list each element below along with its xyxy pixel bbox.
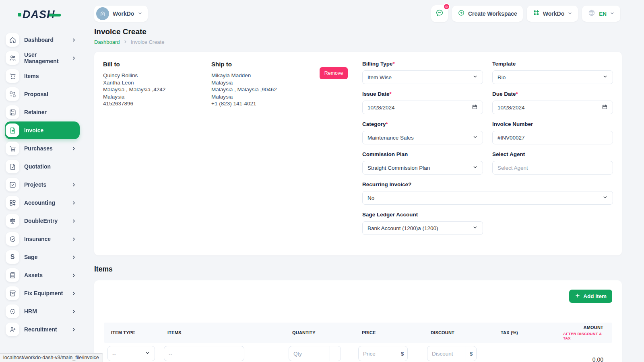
col-items: ITEMS [160, 323, 285, 343]
ship-to-block: Ship to Mikayla Madden Malaysia Malaysia… [211, 61, 320, 242]
discount-group: $ [427, 346, 493, 361]
quantity-addon [330, 346, 341, 361]
sidebar-nav: Dashboard User Management Items Proposal… [5, 32, 85, 337]
sidebar-item-quotation[interactable]: Quotation [5, 159, 80, 174]
item-row: -- -- [104, 343, 612, 362]
browser-status-bar: localhost/workdo-dash-v3/main_file/invoi… [0, 353, 103, 362]
recurring-invoice-select[interactable]: No [362, 191, 613, 205]
price-input[interactable] [358, 346, 397, 361]
sidebar-item-fix-equipment[interactable]: Fix Equipment [5, 286, 80, 301]
chevron-right-icon [71, 182, 76, 187]
calendar-icon[interactable] [472, 104, 478, 111]
category-select[interactable]: Maintenance Sales [362, 131, 483, 144]
quantity-group [289, 346, 355, 361]
user-plus-icon [6, 323, 19, 336]
topbar: WorkDo 0 Create Workspace WorkDo [85, 0, 644, 23]
file-check-icon [6, 160, 19, 173]
logo-dot [18, 13, 21, 16]
workdo-menu-button[interactable]: WorkDo [527, 6, 578, 22]
sidebar-item-purchases[interactable]: Purchases [5, 141, 80, 156]
remove-wrap: Remove [320, 61, 362, 242]
remove-button[interactable]: Remove [320, 67, 348, 79]
chevron-right-icon [71, 255, 76, 260]
sidebar-item-proposal[interactable]: Proposal [5, 86, 80, 102]
chevron-right-icon [71, 218, 76, 224]
sidebar-item-assets[interactable]: Assets [5, 267, 80, 283]
archive-box-icon [6, 286, 19, 300]
invoice-number-input[interactable] [492, 131, 613, 144]
home-icon [6, 33, 19, 47]
ship-to-heading: Ship to [211, 61, 320, 68]
bill-to-block: Bill to Quincy Rollins Xantha Leon Malay… [103, 61, 211, 242]
items-section-heading: Items [94, 265, 622, 274]
due-date-input[interactable]: 10/28/2024 [492, 101, 613, 114]
sidebar-item-items[interactable]: Items [5, 68, 80, 84]
chevron-right-icon [71, 291, 76, 296]
required-asterisk: * [390, 91, 392, 97]
sidebar-item-recruitment[interactable]: Recruitment [5, 322, 80, 337]
sage-ledger-select[interactable]: Bank Account (1200)a (1200) [362, 221, 483, 235]
price-group: $ [358, 346, 423, 361]
topbar-actions: 0 Create Workspace WorkDo EN [431, 5, 620, 22]
shield-check-icon [6, 232, 19, 246]
sage-letter-icon: S [6, 250, 19, 264]
sidebar-item-sage[interactable]: S Sage [5, 249, 80, 265]
price-currency-addon: $ [397, 346, 408, 361]
sidebar-item-projects[interactable]: Projects [5, 177, 80, 192]
invoice-file-icon [6, 123, 19, 137]
transfer-grid-icon [6, 87, 19, 101]
breadcrumb-dashboard-link[interactable]: Dashboard [94, 39, 120, 45]
issue-date-input[interactable]: 10/28/2024 [362, 101, 483, 114]
row-amount-value: 0.00 [556, 346, 612, 362]
sidebar-item-doubleentry[interactable]: DoubleEntry [5, 213, 80, 228]
select-agent-input[interactable] [492, 161, 613, 175]
chat-icon [435, 8, 444, 19]
col-item-type: ITEM TYPE [104, 323, 160, 343]
cart-icon [6, 142, 19, 155]
items-select[interactable]: -- [164, 346, 244, 361]
check-square-icon [6, 178, 19, 191]
billing-type-select[interactable]: Item Wise [362, 70, 483, 84]
plus-circle-icon [458, 9, 465, 18]
field-template: Template Rio [492, 61, 613, 84]
sidebar-item-accounting[interactable]: Accounting [5, 195, 80, 210]
sidebar-item-user-management[interactable]: User Management [5, 50, 80, 66]
chevron-right-icon [71, 146, 76, 151]
required-asterisk: * [516, 91, 518, 97]
bill-to-heading: Bill to [103, 61, 211, 68]
item-type-select[interactable]: -- [107, 346, 155, 361]
workspace-selector[interactable]: WorkDo [94, 6, 148, 22]
main-area: WorkDo 0 Create Workspace WorkDo [85, 0, 644, 362]
messages-badge: 0 [443, 3, 450, 10]
chevron-right-icon [71, 327, 76, 332]
commission-plan-select[interactable]: Straight Commission Plan [362, 161, 483, 175]
sidebar-item-hrm[interactable]: HRM [5, 304, 80, 319]
language-selector[interactable]: EN [582, 6, 620, 22]
plus-icon [575, 293, 580, 300]
chevron-right-icon [71, 309, 76, 314]
invoice-form-fields: Billing Type* Item Wise Template Rio Iss… [362, 61, 613, 242]
add-item-button[interactable]: Add item [569, 290, 612, 303]
col-quantity: QUANTITY [285, 323, 355, 343]
app-logo[interactable]: DASH [18, 6, 85, 23]
sidebar-item-retainer[interactable]: Retainer [5, 105, 80, 120]
sidebar-item-insurance[interactable]: Insurance [5, 231, 80, 247]
create-workspace-button[interactable]: Create Workspace [452, 6, 523, 22]
chevron-down-icon [473, 225, 478, 231]
sidebar-item-dashboard[interactable]: Dashboard [5, 32, 80, 47]
sidebar-item-invoice[interactable]: Invoice [5, 121, 80, 139]
breadcrumb: Dashboard Invoice Create [94, 39, 622, 45]
calendar-icon[interactable] [602, 104, 608, 111]
field-issue-date: Issue Date* 10/28/2024 [362, 91, 483, 114]
sidebar: DASH Dashboard User Management Items Pro… [0, 0, 85, 362]
discount-input[interactable] [427, 346, 466, 361]
quantity-input[interactable] [289, 346, 330, 361]
grid-plus-icon [6, 196, 19, 210]
chevron-right-icon [71, 56, 76, 61]
field-select-agent: Select Agent [492, 151, 613, 175]
template-select[interactable]: Rio [492, 70, 613, 84]
balance-scale-icon [6, 214, 19, 228]
required-asterisk: * [393, 61, 395, 67]
page-title: Invoice Create [94, 27, 622, 36]
messages-button[interactable]: 0 [431, 5, 448, 22]
